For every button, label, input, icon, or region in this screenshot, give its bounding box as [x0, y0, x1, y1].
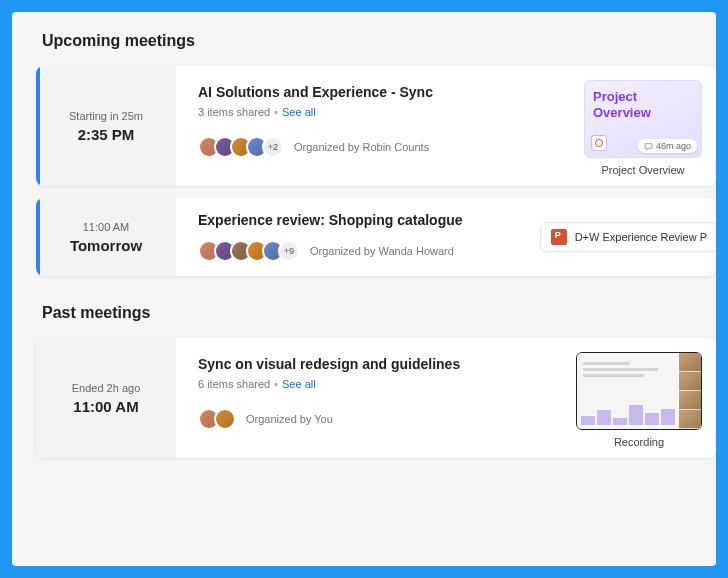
time-relative: Ended 2h ago	[72, 382, 141, 394]
meetings-panel: Upcoming meetings Starting in 25m 2:35 P…	[12, 12, 716, 566]
time-clock: 11:00 AM	[73, 398, 138, 415]
time-clock: 11:00 AM	[83, 221, 129, 233]
comment-icon	[644, 142, 653, 151]
meeting-title: AI Solutions and Experience - Sync	[198, 84, 568, 100]
attachment-column: Recording	[576, 338, 716, 458]
avatar	[214, 408, 236, 430]
file-name: D+W Experience Review P	[575, 231, 707, 243]
attendee-row: +2 Organized by Robin Counts	[198, 136, 568, 158]
powerpoint-icon	[551, 229, 567, 245]
meeting-card[interactable]: Ended 2h ago 11:00 AM Sync on visual red…	[36, 338, 716, 458]
attendee-row: Organized by You	[198, 408, 560, 430]
attachment-caption: Recording	[614, 436, 664, 448]
past-section-title: Past meetings	[36, 304, 716, 322]
shared-info: 6 items shared • See all	[198, 378, 560, 390]
separator-dot: •	[274, 378, 278, 390]
organizer-label: Organized by Robin Counts	[294, 141, 429, 153]
attachment-column: Project Overview 46m ago Project Overvie…	[584, 66, 716, 186]
upcoming-section-title: Upcoming meetings	[36, 32, 716, 50]
meeting-time: Ended 2h ago 11:00 AM	[36, 338, 176, 458]
see-all-link[interactable]: See all	[282, 378, 316, 390]
powerpoint-icon	[591, 135, 607, 151]
meeting-content: AI Solutions and Experience - Sync 3 ite…	[176, 66, 584, 186]
meeting-content: Experience review: Shopping catalogue +9…	[176, 198, 540, 276]
see-all-link[interactable]: See all	[282, 106, 316, 118]
avatar-overflow[interactable]: +2	[262, 136, 284, 158]
time-relative: Starting in 25m	[69, 110, 143, 122]
time-clock: 2:35 PM	[78, 126, 135, 143]
meeting-card[interactable]: Starting in 25m 2:35 PM AI Solutions and…	[36, 66, 716, 186]
attachment-thumbnail[interactable]: Project Overview 46m ago	[584, 80, 702, 158]
attendee-avatars[interactable]	[198, 408, 236, 430]
attendee-row: +9 Organized by Wanda Howard	[198, 240, 524, 262]
separator-dot: •	[274, 106, 278, 118]
meeting-time: 11:00 AM Tomorrow	[36, 198, 176, 276]
thumbnail-title: Project Overview	[593, 89, 693, 120]
avatar-overflow[interactable]: +9	[278, 240, 300, 262]
file-attachment[interactable]: D+W Experience Review P	[540, 222, 716, 252]
shared-info: 3 items shared • See all	[198, 106, 568, 118]
organizer-label: Organized by You	[246, 413, 333, 425]
meeting-title: Sync on visual redesign and guidelines	[198, 356, 560, 372]
organizer-label: Organized by Wanda Howard	[310, 245, 454, 257]
attachment-caption: Project Overview	[601, 164, 684, 176]
shared-count: 3 items shared	[198, 106, 270, 118]
time-relative: Tomorrow	[70, 237, 142, 254]
shared-count: 6 items shared	[198, 378, 270, 390]
meeting-content: Sync on visual redesign and guidelines 6…	[176, 338, 576, 458]
meeting-card[interactable]: 11:00 AM Tomorrow Experience review: Sho…	[36, 198, 716, 276]
attendee-avatars[interactable]: +9	[198, 240, 300, 262]
meeting-title: Experience review: Shopping catalogue	[198, 212, 524, 228]
attendee-avatars[interactable]: +2	[198, 136, 284, 158]
participant-strip	[679, 353, 701, 429]
time-badge: 46m ago	[638, 139, 697, 153]
attachment-column: D+W Experience Review P	[540, 198, 716, 276]
recording-preview	[577, 353, 679, 429]
meeting-time: Starting in 25m 2:35 PM	[36, 66, 176, 186]
recording-thumbnail[interactable]	[576, 352, 702, 430]
